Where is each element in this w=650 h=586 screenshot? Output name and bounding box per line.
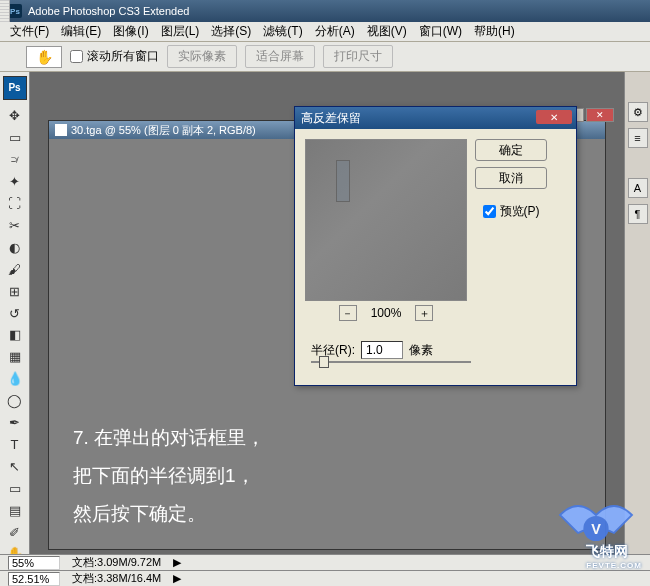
zoom-field-2[interactable]: 52.51% bbox=[8, 572, 60, 586]
watermark-text: 飞特网 FEVTE.COM bbox=[586, 543, 642, 570]
document-title: 30.tga @ 55% (图层 0 副本 2, RGB/8) bbox=[71, 123, 256, 138]
brush-tool[interactable]: 🖌 bbox=[4, 259, 26, 279]
status-arrow-1[interactable]: ▶ bbox=[173, 556, 181, 569]
preview-label: 预览(P) bbox=[500, 203, 540, 220]
panel-icon-3[interactable]: A bbox=[628, 178, 648, 198]
slider-thumb[interactable] bbox=[319, 356, 329, 368]
blur-tool[interactable]: 💧 bbox=[4, 369, 26, 389]
panel-icon-1[interactable]: ⚙ bbox=[628, 102, 648, 122]
gradient-tool[interactable]: ▦ bbox=[4, 347, 26, 367]
pen-tool[interactable]: ✒ bbox=[4, 413, 26, 433]
slice-tool[interactable]: ✂ bbox=[4, 215, 26, 235]
type-tool[interactable]: T bbox=[4, 435, 26, 455]
menu-image[interactable]: 图像(I) bbox=[107, 21, 154, 42]
crop-tool[interactable]: ⛶ bbox=[4, 194, 26, 214]
ps-badge[interactable]: Ps bbox=[3, 76, 27, 100]
menu-help[interactable]: 帮助(H) bbox=[468, 21, 521, 42]
watermark-url: FEVTE.COM bbox=[586, 561, 642, 570]
dialog-buttons: 确定 取消 预览(P) bbox=[475, 139, 547, 321]
eyedropper-tool[interactable]: ✐ bbox=[4, 522, 26, 542]
dialog-title: 高反差保留 bbox=[301, 110, 361, 127]
shape-tool[interactable]: ▭ bbox=[4, 478, 26, 498]
move-tool[interactable]: ✥ bbox=[4, 106, 26, 126]
zoom-controls: － 100% ＋ bbox=[305, 305, 467, 321]
preview-image bbox=[306, 140, 466, 300]
zoom-in-button[interactable]: ＋ bbox=[415, 305, 433, 321]
marquee-tool[interactable]: ▭ bbox=[4, 128, 26, 148]
print-size-button[interactable]: 打印尺寸 bbox=[323, 45, 393, 68]
dialog-body: － 100% ＋ 确定 取消 预览(P) bbox=[295, 129, 576, 331]
preview-check-input[interactable] bbox=[483, 205, 496, 218]
cancel-button[interactable]: 取消 bbox=[475, 167, 547, 189]
bg-close-button[interactable]: ✕ bbox=[586, 108, 614, 122]
scroll-all-input[interactable] bbox=[70, 50, 83, 63]
actual-pixels-button[interactable]: 实际像素 bbox=[167, 45, 237, 68]
stamp-tool[interactable]: ⊞ bbox=[4, 281, 26, 301]
notes-tool[interactable]: ▤ bbox=[4, 500, 26, 520]
zoom-level: 100% bbox=[371, 306, 402, 320]
heal-tool[interactable]: ◐ bbox=[4, 237, 26, 257]
document-icon bbox=[55, 124, 67, 136]
high-pass-dialog: 高反差保留 ✕ － 100% ＋ 确定 取消 预览(P) 半径(R): 像素 bbox=[294, 106, 577, 386]
app-title: Adobe Photoshop CS3 Extended bbox=[28, 5, 189, 17]
scroll-all-label: 滚动所有窗口 bbox=[87, 48, 159, 65]
menu-view[interactable]: 视图(V) bbox=[361, 21, 413, 42]
panel-icon-2[interactable]: ≡ bbox=[628, 128, 648, 148]
menu-select[interactable]: 选择(S) bbox=[205, 21, 257, 42]
doc-size-1: 文档:3.09M/9.72M bbox=[72, 555, 161, 570]
radius-input[interactable] bbox=[361, 341, 403, 359]
menu-layer[interactable]: 图层(L) bbox=[155, 21, 206, 42]
radius-slider[interactable] bbox=[295, 361, 576, 373]
status-arrow-2[interactable]: ▶ bbox=[173, 572, 181, 585]
eraser-tool[interactable]: ◧ bbox=[4, 325, 26, 345]
statusbar-outer: 52.51% 文档:3.38M/16.4M ▶ bbox=[0, 570, 650, 586]
ps-logo-icon: Ps bbox=[8, 4, 22, 18]
dialog-titlebar[interactable]: 高反差保留 ✕ bbox=[295, 107, 576, 129]
annotation-line1: 7. 在弹出的对话框里， bbox=[73, 419, 265, 457]
menu-analysis[interactable]: 分析(A) bbox=[309, 21, 361, 42]
preview-checkbox[interactable]: 预览(P) bbox=[483, 203, 540, 220]
dialog-close-button[interactable]: ✕ bbox=[536, 110, 572, 124]
toolbox: Ps ✥ ▭ ⟉ ✦ ⛶ ✂ ◐ 🖌 ⊞ ↺ ◧ ▦ 💧 ◯ ✒ T ↖ ▭ ▤… bbox=[0, 72, 30, 586]
history-brush-tool[interactable]: ↺ bbox=[4, 303, 26, 323]
annotation-line2: 把下面的半径调到1， bbox=[73, 457, 265, 495]
app-titlebar: Ps Adobe Photoshop CS3 Extended bbox=[0, 0, 650, 22]
zoom-out-button[interactable]: － bbox=[339, 305, 357, 321]
fit-screen-button[interactable]: 适合屏幕 bbox=[245, 45, 315, 68]
annotation-text: 7. 在弹出的对话框里， 把下面的半径调到1， 然后按下确定。 bbox=[73, 419, 265, 533]
ok-button[interactable]: 确定 bbox=[475, 139, 547, 161]
annotation-line3: 然后按下确定。 bbox=[73, 495, 265, 533]
doc-size-2: 文档:3.38M/16.4M bbox=[72, 571, 161, 586]
radius-label: 半径(R): bbox=[311, 342, 355, 359]
path-tool[interactable]: ↖ bbox=[4, 456, 26, 476]
dialog-preview[interactable] bbox=[305, 139, 467, 301]
scroll-all-checkbox[interactable]: 滚动所有窗口 bbox=[70, 48, 159, 65]
wand-tool[interactable]: ✦ bbox=[4, 172, 26, 192]
options-bar: ✋ 滚动所有窗口 实际像素 适合屏幕 打印尺寸 bbox=[0, 42, 650, 72]
menu-file[interactable]: 文件(F) bbox=[4, 21, 55, 42]
radius-unit: 像素 bbox=[409, 342, 433, 359]
lasso-tool[interactable]: ⟉ bbox=[4, 150, 26, 170]
zoom-field-1[interactable]: 55% bbox=[8, 556, 60, 570]
menu-edit[interactable]: 编辑(E) bbox=[55, 21, 107, 42]
tool-preset-picker[interactable]: ✋ bbox=[26, 46, 62, 68]
options-grip[interactable] bbox=[0, 0, 10, 22]
radius-row: 半径(R): 像素 bbox=[295, 331, 576, 361]
menubar: 文件(F) 编辑(E) 图像(I) 图层(L) 选择(S) 滤镜(T) 分析(A… bbox=[0, 22, 650, 42]
slider-track bbox=[311, 361, 471, 363]
menu-filter[interactable]: 滤镜(T) bbox=[257, 21, 308, 42]
menu-window[interactable]: 窗口(W) bbox=[413, 21, 468, 42]
panel-icon-4[interactable]: ¶ bbox=[628, 204, 648, 224]
dodge-tool[interactable]: ◯ bbox=[4, 391, 26, 411]
hand-icon: ✋ bbox=[36, 49, 53, 65]
svg-text:V: V bbox=[591, 521, 601, 537]
